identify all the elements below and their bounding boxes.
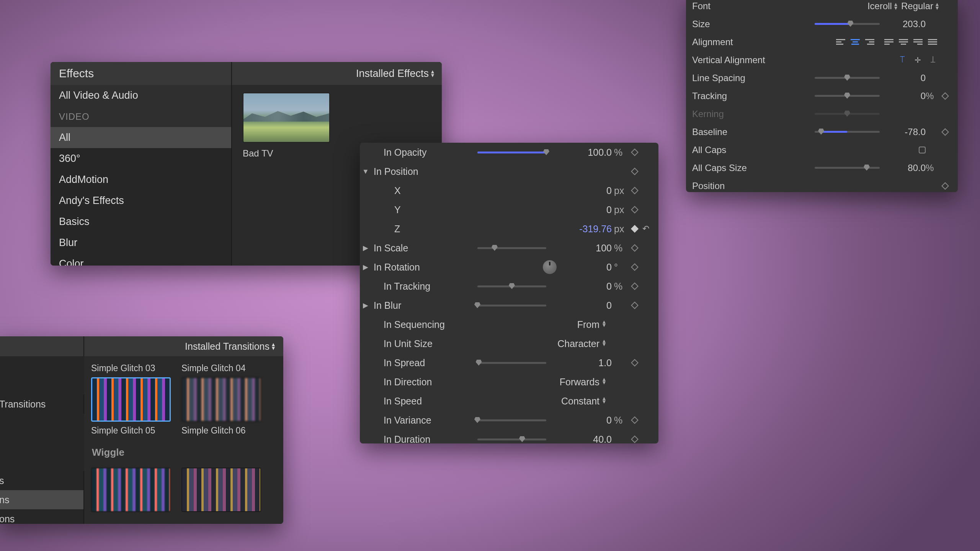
param-label: In Scale — [371, 243, 463, 254]
keyframe-button[interactable] — [627, 245, 642, 251]
spread-slider[interactable] — [477, 362, 546, 364]
sidebar-item-all[interactable]: All — [51, 127, 232, 148]
sidebar-item-blur[interactable]: Blur — [51, 232, 232, 253]
param-label: In Speed — [371, 396, 463, 407]
keyframe-button[interactable] — [627, 303, 642, 308]
allcapssize-value[interactable]: 80.0 — [880, 163, 926, 173]
unitsize-dropdown[interactable]: Character — [463, 338, 600, 349]
text-row-alignment: Alignment — [686, 33, 958, 51]
duration-value[interactable]: 40.0 — [560, 434, 614, 444]
keyframe-button[interactable] — [939, 129, 952, 135]
sidebar-item-transitions[interactable]: Transitions — [0, 395, 84, 414]
sidebar-item-all-video-audio[interactable]: All Video & Audio — [51, 85, 232, 106]
param-label: In Blur — [371, 300, 463, 311]
param-label: In Unit Size — [371, 338, 463, 349]
linespacing-slider[interactable] — [815, 77, 880, 79]
param-label: Z — [371, 223, 463, 235]
text-tracking-slider[interactable] — [815, 95, 880, 97]
sequencing-dropdown[interactable]: From — [463, 319, 600, 330]
variance-value[interactable]: 0 — [560, 415, 614, 426]
keyframe-button[interactable] — [627, 437, 642, 442]
font-family-dropdown[interactable]: Iceroll — [867, 1, 897, 11]
size-slider[interactable] — [815, 23, 880, 25]
valign-top-button[interactable]: ⟙ — [897, 55, 908, 65]
keyframe-button[interactable] — [627, 150, 642, 155]
text-tracking-value[interactable]: 0 — [880, 91, 926, 101]
font-style-dropdown[interactable]: Regular — [901, 1, 939, 11]
valign-middle-button[interactable]: ✛ — [912, 55, 923, 65]
keyframe-button[interactable] — [627, 417, 642, 423]
blur-slider[interactable] — [477, 305, 546, 306]
rotation-dial[interactable] — [543, 260, 557, 274]
transition-item-glitch-04[interactable]: Simple Glitch 04 Simple Glitch 06 — [181, 363, 261, 436]
sidebar-item-color[interactable]: Color — [51, 253, 232, 266]
param-row-sequencing: In Sequencing From — [360, 315, 658, 334]
param-row-scale: ▶ In Scale 100 % — [360, 238, 658, 258]
sidebar-item-partial-ons[interactable]: ons — [0, 509, 84, 524]
opacity-value[interactable]: 100.0 — [560, 147, 614, 158]
variance-slider[interactable] — [477, 419, 546, 421]
sidebar-item-andys-effects[interactable]: Andy's Effects — [51, 190, 232, 211]
y-value[interactable]: 0 — [560, 204, 614, 215]
param-row-duration: In Duration 40.0 — [360, 430, 658, 443]
transition-thumb-image — [91, 468, 171, 512]
justify-full-button[interactable] — [926, 37, 939, 47]
scale-slider[interactable] — [477, 247, 546, 249]
disclosure-triangle-icon[interactable]: ▶ — [360, 244, 371, 252]
justify-right-button[interactable] — [912, 37, 924, 47]
baseline-slider[interactable] — [815, 131, 880, 133]
justify-center-button[interactable] — [897, 37, 910, 47]
keyframe-button[interactable] — [627, 284, 642, 289]
baseline-value[interactable]: -78.0 — [880, 127, 926, 137]
direction-dropdown[interactable]: Forwards — [463, 377, 600, 388]
sidebar-item-partial-s[interactable]: s — [0, 471, 84, 490]
sidebar-item-360[interactable]: 360° — [51, 148, 232, 169]
reset-button[interactable]: ↶ — [642, 224, 653, 234]
sidebar-item-addmotion[interactable]: AddMotion — [51, 169, 232, 190]
keyframe-button[interactable] — [939, 183, 952, 189]
keyframe-button[interactable] — [627, 360, 642, 365]
justify-left-button[interactable] — [883, 37, 895, 47]
size-value[interactable]: 203.0 — [880, 19, 926, 29]
tracking-value[interactable]: 0 — [560, 281, 614, 292]
sidebar-item-basics[interactable]: Basics — [51, 211, 232, 232]
unit-label: % — [926, 163, 939, 173]
keyframe-button[interactable] — [939, 93, 952, 99]
keyframe-button[interactable] — [627, 169, 642, 174]
disclosure-triangle-icon[interactable]: ▶ — [360, 301, 371, 310]
keyframe-button[interactable] — [627, 207, 642, 212]
rotation-value[interactable]: 0 — [560, 262, 614, 273]
sidebar-item-partial-ns[interactable]: ns — [0, 490, 84, 509]
transitions-filter-dropdown[interactable]: Installed Transitions — [84, 336, 283, 356]
transition-item-wiggle-2[interactable] — [181, 468, 261, 512]
opacity-slider[interactable] — [477, 152, 546, 153]
scale-value[interactable]: 100 — [560, 243, 614, 254]
keyframe-button[interactable] — [627, 188, 642, 193]
text-row-baseline: Baseline -78.0 — [686, 123, 958, 141]
z-value[interactable]: -319.76 — [560, 223, 614, 235]
spread-value[interactable]: 1.0 — [560, 357, 614, 368]
transition-item-glitch-03[interactable]: Simple Glitch 03 Simple Glitch 05 — [91, 363, 171, 436]
disclosure-triangle-icon[interactable]: ▼ — [360, 168, 371, 176]
linespacing-value[interactable]: 0 — [880, 73, 926, 83]
valign-bottom-button[interactable]: ⟘ — [927, 55, 939, 65]
align-right-button[interactable] — [864, 37, 876, 47]
duration-slider[interactable] — [477, 439, 546, 440]
effect-thumb-bad-tv[interactable]: Bad TV — [243, 93, 331, 159]
align-left-button[interactable] — [835, 37, 847, 47]
speed-dropdown[interactable]: Constant — [463, 396, 600, 407]
blur-value[interactable]: 0 — [560, 300, 614, 311]
tracking-slider[interactable] — [477, 285, 546, 287]
allcapssize-slider[interactable] — [815, 167, 880, 169]
disclosure-triangle-icon[interactable]: ▶ — [360, 263, 371, 271]
align-center-button[interactable] — [849, 37, 861, 47]
keyframe-button[interactable] — [627, 226, 642, 231]
keyframe-button[interactable] — [627, 264, 642, 270]
sidebar-section-video: VIDEO — [51, 106, 232, 127]
unit-label: % — [926, 91, 939, 101]
effects-filter-dropdown[interactable]: Installed Effects — [232, 62, 442, 85]
transition-item-wiggle-1[interactable] — [91, 468, 171, 512]
x-value[interactable]: 0 — [560, 185, 614, 196]
param-label: In Rotation — [371, 262, 463, 273]
allcaps-checkbox[interactable] — [919, 147, 926, 153]
